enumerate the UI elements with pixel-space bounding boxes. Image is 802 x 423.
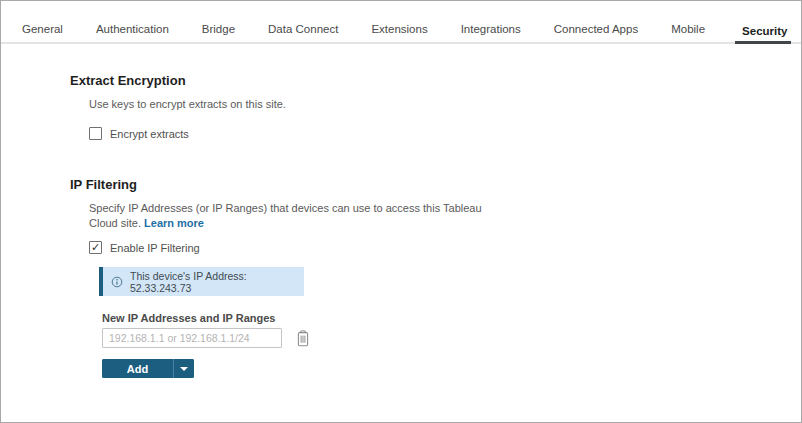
encrypt-extracts-row: Encrypt extracts [89, 127, 801, 140]
info-icon [111, 276, 123, 288]
tab-connected-apps[interactable]: Connected Apps [551, 23, 641, 42]
enable-ip-filtering-label: Enable IP Filtering [110, 242, 200, 254]
tab-bridge[interactable]: Bridge [199, 23, 238, 42]
new-ip-form: New IP Addresses and IP Ranges Add [102, 312, 801, 378]
tab-data-connect[interactable]: Data Connect [265, 23, 341, 42]
new-ip-input[interactable] [102, 328, 282, 348]
tab-security[interactable]: Security [735, 25, 791, 44]
device-ip-info-banner: This device's IP Address: 52.33.243.73 [99, 267, 304, 296]
encrypt-extracts-label: Encrypt extracts [110, 128, 189, 140]
new-ip-label: New IP Addresses and IP Ranges [102, 312, 801, 324]
settings-tabbar: General Authentication Bridge Data Conne… [1, 1, 801, 44]
add-button[interactable]: Add [102, 359, 173, 378]
ip-filtering-title: IP Filtering [70, 177, 801, 192]
enable-ip-filtering-checkbox[interactable] [89, 241, 102, 254]
encrypt-extracts-checkbox[interactable] [89, 127, 102, 140]
tab-authentication[interactable]: Authentication [93, 23, 172, 42]
chevron-down-icon [180, 367, 188, 371]
tab-integrations[interactable]: Integrations [458, 23, 524, 42]
new-ip-input-row [102, 328, 801, 348]
enable-ip-filtering-row: Enable IP Filtering [89, 241, 801, 254]
add-dropdown-button[interactable] [173, 359, 194, 378]
delete-ip-button[interactable] [295, 329, 311, 347]
tab-general[interactable]: General [19, 23, 66, 42]
trash-icon [296, 330, 310, 347]
extract-encryption-title: Extract Encryption [70, 73, 801, 88]
settings-page: General Authentication Bridge Data Conne… [0, 0, 802, 423]
ip-filtering-description: Specify IP Addresses (or IP Ranges) that… [89, 201, 497, 231]
tab-mobile[interactable]: Mobile [668, 23, 708, 42]
security-settings-content: Extract Encryption Use keys to encrypt e… [1, 73, 801, 378]
device-ip-text: This device's IP Address: 52.33.243.73 [130, 270, 304, 294]
learn-more-link[interactable]: Learn more [144, 217, 204, 229]
add-split-button: Add [102, 359, 194, 378]
tab-extensions[interactable]: Extensions [368, 23, 430, 42]
extract-encryption-description: Use keys to encrypt extracts on this sit… [89, 97, 497, 112]
